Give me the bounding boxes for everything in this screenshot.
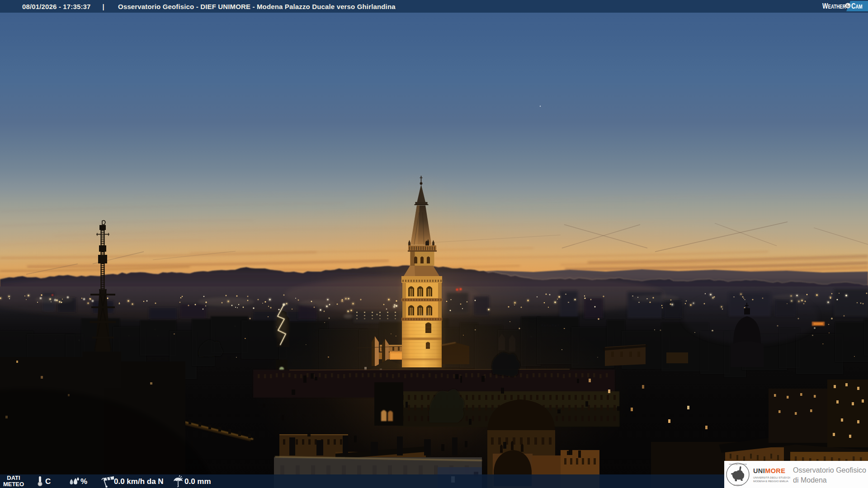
svg-text:UNIVERSITÀ DEGLI STUDI DI: UNIVERSITÀ DEGLI STUDI DI (753, 476, 790, 479)
svg-text:di Modena: di Modena (793, 476, 827, 484)
svg-text:MUTINENSIS: MUTINENSIS (734, 484, 742, 486)
svg-text:UNIVERSITAS STUDIORUM: UNIVERSITAS STUDIORUM (729, 464, 747, 465)
svg-text:UNIMORE: UNIMORE (753, 467, 785, 474)
svg-text:Osservatorio Geofisico: Osservatorio Geofisico (793, 466, 866, 474)
svg-text:WEATHER: WEATHER (822, 1, 846, 10)
svg-text:MODENA E REGGIO EMILIA: MODENA E REGGIO EMILIA (753, 480, 788, 483)
